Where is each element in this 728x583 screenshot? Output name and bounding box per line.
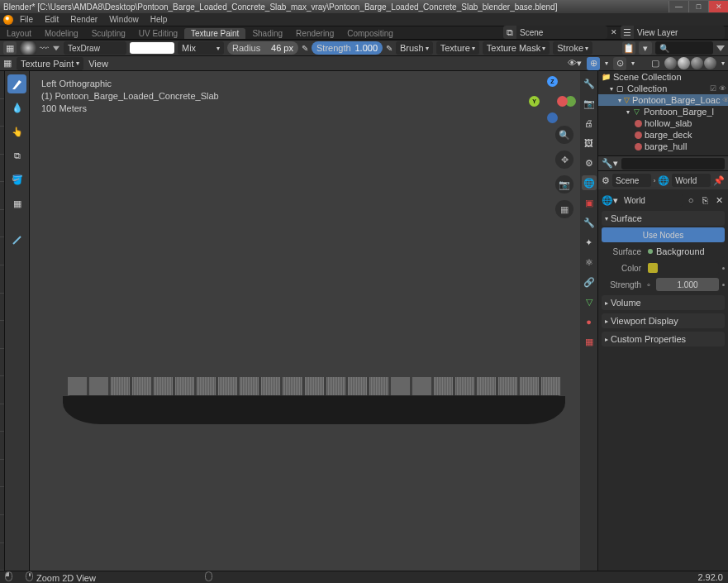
- outliner-material[interactable]: barge_deck: [645, 130, 692, 140]
- tool-annotate[interactable]: [7, 230, 26, 249]
- menu-file[interactable]: File: [15, 15, 38, 24]
- proptab-world[interactable]: 🌐: [582, 175, 597, 190]
- menu-window[interactable]: Window: [104, 15, 144, 24]
- tab-compositing[interactable]: Compositing: [340, 28, 400, 39]
- view-menu[interactable]: View: [88, 59, 108, 69]
- tab-uv-editing[interactable]: UV Editing: [132, 28, 184, 39]
- window-maximize-button[interactable]: □: [688, 1, 708, 12]
- visibility-toggle[interactable]: ☑ 👁: [710, 84, 726, 93]
- outliner-object-root[interactable]: Pontoon_Barge_Loac: [632, 95, 720, 105]
- proptab-material[interactable]: ●: [582, 314, 597, 329]
- proptab-constraints[interactable]: 🔗: [582, 275, 597, 289]
- use-nodes-button[interactable]: Use Nodes: [602, 227, 725, 242]
- editor-type-dropdown[interactable]: ▦: [3, 41, 17, 55]
- outliner-editor-type-icon[interactable]: 📋: [622, 41, 635, 55]
- scene-breadcrumb[interactable]: Scene: [612, 174, 651, 187]
- viewlayer-icon[interactable]: ☰: [621, 26, 634, 39]
- panel-volume-header[interactable]: ▸Volume: [602, 295, 725, 310]
- node-input-dot[interactable]: [722, 267, 725, 270]
- texture-popover[interactable]: Texture▾: [436, 41, 479, 55]
- gizmo-axis-y[interactable]: Y: [529, 96, 540, 107]
- view-object-types-dropdown[interactable]: 👁▾: [568, 58, 582, 69]
- tool-mask[interactable]: ▦: [7, 194, 26, 213]
- visibility-toggle[interactable]: 👁: [722, 96, 728, 104]
- outliner-display-mode-dropdown[interactable]: ▾: [639, 41, 652, 55]
- 3d-viewport[interactable]: Left Orthographic (1) Pontoon_Barge_Load…: [30, 71, 580, 571]
- show-gizmo-toggle[interactable]: ⊕: [587, 57, 600, 70]
- brush-browse-icon[interactable]: [53, 45, 59, 50]
- panel-viewport-display-header[interactable]: ▸Viewport Display: [602, 313, 725, 328]
- color-swatch[interactable]: [648, 263, 658, 273]
- strength-pen-pressure-toggle[interactable]: ✎: [386, 44, 393, 53]
- overlays-toggle[interactable]: ⊙: [613, 57, 626, 70]
- proptab-particles[interactable]: ✦: [582, 235, 597, 250]
- node-input-dot[interactable]: [722, 284, 725, 286]
- world-browse-icon[interactable]: 🌐▾: [602, 195, 618, 206]
- menu-edit[interactable]: Edit: [40, 15, 64, 24]
- proptab-scene[interactable]: ⚙: [582, 155, 597, 170]
- brush-popover[interactable]: Brush▾: [396, 41, 433, 55]
- outliner-collection[interactable]: Collection: [627, 84, 667, 93]
- proptab-mesh[interactable]: ▽: [582, 294, 597, 309]
- menu-render[interactable]: Render: [65, 15, 102, 24]
- proptab-modifiers[interactable]: 🔧: [582, 215, 597, 230]
- outliner-material[interactable]: barge_hull: [645, 141, 687, 151]
- outliner-mesh-data[interactable]: Pontoon_Barge_l: [644, 107, 714, 117]
- world-datablock-field[interactable]: World: [621, 194, 683, 207]
- world-color-swatch[interactable]: [645, 261, 719, 275]
- viewlayer-name-field[interactable]: View Layer: [634, 26, 725, 39]
- zoom-gizmo-icon[interactable]: 🔍: [555, 126, 573, 144]
- blend-mode-dropdown[interactable]: Mix▾: [178, 41, 224, 55]
- tool-draw[interactable]: [7, 74, 26, 93]
- tab-modeling[interactable]: Modeling: [38, 28, 85, 39]
- proptab-render[interactable]: 📷: [582, 96, 597, 111]
- world-breadcrumb[interactable]: World: [672, 174, 711, 187]
- pan-gizmo-icon[interactable]: ✥: [555, 151, 573, 169]
- proptab-object[interactable]: ▣: [582, 195, 597, 210]
- gizmo-axis-minusx[interactable]: [557, 96, 568, 107]
- shading-material[interactable]: [691, 57, 703, 69]
- radius-field[interactable]: Radius46 px: [227, 41, 298, 55]
- proptab-physics[interactable]: ⚛: [582, 255, 597, 270]
- properties-search-field[interactable]: [621, 158, 725, 170]
- window-close-button[interactable]: ✕: [708, 1, 728, 12]
- proptab-viewlayer[interactable]: 🖼: [582, 136, 597, 151]
- menu-help[interactable]: Help: [145, 15, 173, 24]
- panel-custom-properties-header[interactable]: ▸Custom Properties: [602, 332, 725, 346]
- radius-pen-pressure-toggle[interactable]: ✎: [302, 44, 308, 53]
- brush-color-swatch[interactable]: [130, 42, 174, 54]
- scene-icon[interactable]: ⧉: [503, 26, 516, 39]
- gizmo-axis-minusz[interactable]: [547, 112, 558, 123]
- perspective-toggle-icon[interactable]: ▦: [555, 200, 573, 218]
- texture-mask-popover[interactable]: Texture Mask▾: [483, 41, 550, 55]
- world-unlink-button[interactable]: ✕: [713, 195, 725, 206]
- tab-texture-paint[interactable]: Texture Paint: [184, 28, 245, 39]
- shading-rendered[interactable]: [704, 57, 716, 69]
- surface-shader-dropdown[interactable]: Background: [645, 245, 725, 258]
- tab-layout[interactable]: Layout: [0, 28, 38, 39]
- stroke-popover[interactable]: Stroke▾: [553, 41, 592, 55]
- outliner-search-field[interactable]: 🔍: [655, 41, 713, 55]
- tab-rendering[interactable]: Rendering: [289, 28, 340, 39]
- brush-dropdown[interactable]: [20, 41, 36, 55]
- scene-remove-button[interactable]: ✕: [611, 28, 617, 36]
- scene-name-field[interactable]: Scene: [516, 26, 607, 39]
- xray-toggle[interactable]: ▢: [651, 58, 659, 69]
- texture-slot-icon[interactable]: ▦: [3, 58, 12, 69]
- tool-smear[interactable]: 👆: [7, 122, 26, 141]
- proptab-texture[interactable]: ▦: [582, 334, 597, 349]
- tab-shading[interactable]: Shading: [245, 28, 289, 39]
- proptab-output[interactable]: 🖨: [582, 116, 597, 131]
- proptab-tool[interactable]: 🔧: [582, 76, 597, 91]
- scene-collection[interactable]: Scene Collection: [613, 72, 682, 82]
- gizmo-axis-z[interactable]: Z: [547, 76, 558, 87]
- camera-view-icon[interactable]: 📷: [555, 175, 573, 194]
- mode-dropdown[interactable]: Texture Paint▾: [17, 57, 83, 70]
- panel-surface-header[interactable]: ▾Surface: [602, 211, 725, 226]
- world-new-button[interactable]: ⎘: [699, 195, 711, 205]
- pin-icon[interactable]: 📌: [713, 175, 725, 186]
- properties-editor-type-icon[interactable]: 🔧▾: [602, 158, 618, 169]
- world-strength-field[interactable]: 1.000: [656, 278, 719, 291]
- outliner-filter-icon[interactable]: [716, 45, 725, 51]
- outliner-material[interactable]: hollow_slab: [645, 118, 692, 128]
